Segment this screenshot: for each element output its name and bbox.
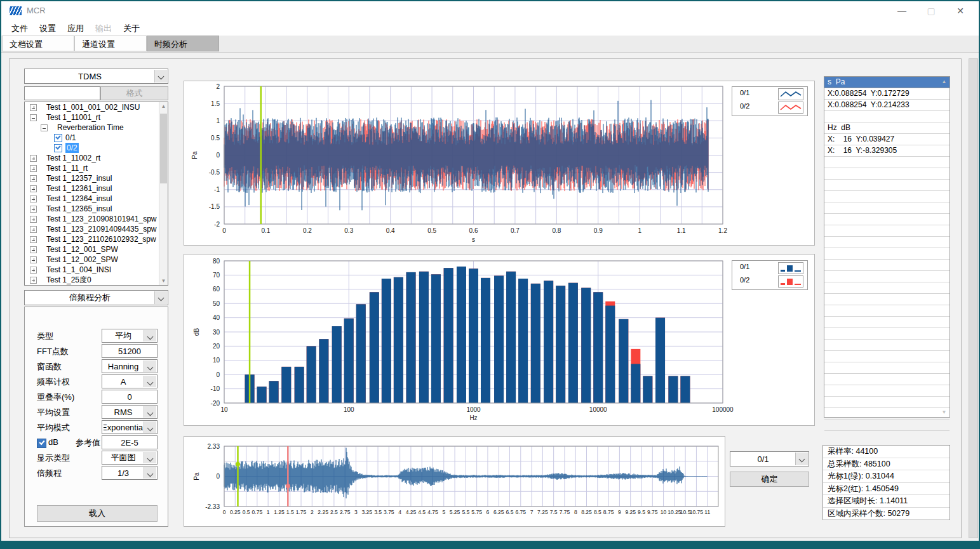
readout-row[interactable] bbox=[824, 317, 950, 328]
readout-row[interactable] bbox=[824, 420, 950, 431]
tab-time-freq-analysis[interactable]: 时频分析 bbox=[147, 36, 219, 51]
param-select-3[interactable]: A bbox=[102, 374, 158, 388]
readout-row[interactable] bbox=[824, 294, 950, 305]
collapse-minus-icon[interactable] bbox=[41, 124, 48, 131]
readout-row[interactable] bbox=[824, 385, 950, 397]
readout-row[interactable]: X: 16 Y:0.039427 bbox=[824, 134, 950, 145]
scroll-down-icon[interactable]: ▼ bbox=[940, 409, 948, 415]
tree-item[interactable]: Test 1_11002_rt bbox=[25, 153, 168, 163]
tree-item[interactable]: Test 1_11001_rt bbox=[25, 112, 168, 122]
param-input-4[interactable]: 0 bbox=[102, 390, 158, 404]
readout-row[interactable] bbox=[824, 282, 950, 294]
scroll-up-icon[interactable]: ▲ bbox=[159, 103, 168, 109]
expand-plus-icon[interactable] bbox=[30, 175, 37, 182]
readout-row[interactable] bbox=[824, 191, 950, 202]
tree-item[interactable]: Test 1_12361_insul bbox=[25, 183, 168, 194]
readout-row[interactable] bbox=[824, 202, 950, 214]
format-button[interactable]: 格式 bbox=[100, 86, 168, 100]
menu-item-about[interactable]: 关于 bbox=[119, 22, 144, 34]
format-type-select[interactable]: TDMS bbox=[24, 69, 168, 84]
analysis-type-select[interactable]: 倍频程分析 bbox=[24, 290, 168, 305]
main-vertical-scrollbar[interactable] bbox=[969, 58, 978, 538]
expand-plus-icon[interactable] bbox=[30, 206, 37, 213]
tab-channel-settings[interactable]: 通道设置 bbox=[74, 36, 147, 51]
confirm-button[interactable]: 确定 bbox=[730, 472, 809, 487]
expand-plus-icon[interactable] bbox=[30, 165, 37, 172]
expand-plus-icon[interactable] bbox=[30, 216, 37, 223]
tree-item[interactable]: Reverberation Time bbox=[25, 122, 168, 133]
expand-plus-icon[interactable] bbox=[30, 256, 37, 263]
expand-plus-icon[interactable] bbox=[30, 226, 37, 233]
readout-row[interactable]: X:0.088254 Y:0.172729 bbox=[824, 88, 950, 100]
close-button[interactable]: ✕ bbox=[946, 1, 975, 20]
tree-item[interactable]: Test 1_12364_insul bbox=[25, 194, 168, 204]
octave-spectrum-chart[interactable]: -20-100102030405060708010100100010000100… bbox=[184, 255, 814, 425]
tree-scrollbar-thumb[interactable] bbox=[160, 114, 167, 183]
readout-row[interactable] bbox=[824, 157, 950, 168]
tree-item[interactable]: 0/2 bbox=[25, 143, 168, 153]
readout-row[interactable] bbox=[824, 260, 950, 271]
readout-header[interactable]: s Pa bbox=[824, 77, 950, 88]
scroll-up-icon[interactable]: ▲ bbox=[940, 79, 948, 84]
readout-row[interactable] bbox=[824, 362, 950, 374]
expand-plus-icon[interactable] bbox=[30, 267, 37, 274]
load-button[interactable]: 载入 bbox=[37, 505, 158, 522]
tab-doc-settings[interactable]: 文档设置 bbox=[2, 36, 74, 51]
cursor-handle[interactable] bbox=[236, 462, 240, 466]
readout-row[interactable] bbox=[824, 305, 950, 317]
tree-item[interactable]: Test 1_123_210908101941_spw bbox=[25, 214, 168, 224]
menu-item-settings[interactable]: 设置 bbox=[36, 22, 60, 34]
readout-row[interactable] bbox=[824, 214, 950, 225]
menu-item-apply[interactable]: 应用 bbox=[64, 22, 88, 34]
minimize-button[interactable]: — bbox=[887, 1, 916, 20]
reference-value-input[interactable]: 2E-5 bbox=[102, 435, 158, 449]
readout-row[interactable] bbox=[824, 237, 950, 248]
readout-row[interactable] bbox=[824, 374, 950, 385]
readout-row[interactable] bbox=[824, 168, 950, 180]
maximize-button[interactable]: ▢ bbox=[916, 1, 946, 20]
expand-plus-icon[interactable] bbox=[30, 246, 37, 253]
readout-row[interactable] bbox=[824, 225, 950, 237]
readout-row[interactable] bbox=[824, 271, 950, 282]
overview-waveform-chart[interactable]: 00.250.50.7511.251.51.7522.252.52.7533.2… bbox=[184, 437, 725, 526]
tree-item[interactable]: Test 1_001_001_002_INSU bbox=[25, 102, 168, 112]
cursor-handle[interactable] bbox=[286, 484, 290, 488]
expand-plus-icon[interactable] bbox=[30, 236, 37, 243]
expand-plus-icon[interactable] bbox=[30, 277, 37, 284]
expand-plus-icon[interactable] bbox=[30, 185, 37, 192]
readout-row[interactable]: X: 16 Y:-8.329305 bbox=[824, 145, 950, 157]
tree-item[interactable]: Test 1_12_002_SPW bbox=[25, 255, 168, 265]
collapse-minus-icon[interactable] bbox=[30, 114, 37, 121]
param-select-8[interactable]: 平面图 bbox=[102, 451, 158, 465]
tree-scrollbar[interactable]: ▲ ▼ bbox=[159, 102, 168, 285]
menu-item-file[interactable]: 文件 bbox=[8, 22, 32, 34]
menu-item-output[interactable]: 输出 bbox=[91, 22, 116, 34]
db-checkbox[interactable] bbox=[37, 439, 46, 448]
param-select-9[interactable]: 1/3 bbox=[102, 466, 158, 480]
tree-item[interactable]: Test 1_123_211026102932_spw bbox=[25, 234, 168, 244]
readout-row[interactable] bbox=[824, 111, 950, 122]
readout-row[interactable]: Hz dB bbox=[824, 122, 950, 134]
tree-item[interactable]: Test 1_12365_insul bbox=[25, 204, 168, 214]
readout-row[interactable]: X:0.088254 Y:0.214233 bbox=[824, 100, 950, 111]
tree-item[interactable]: Test 1_11_rt bbox=[25, 163, 168, 173]
readout-row[interactable] bbox=[824, 397, 950, 408]
scroll-down-icon[interactable]: ▼ bbox=[159, 278, 168, 284]
checkbox-checked-icon[interactable] bbox=[54, 144, 62, 152]
time-waveform-chart[interactable]: -2-1.5-1-0.500.511.5200.10.20.30.40.50.6… bbox=[184, 81, 814, 245]
param-select-6[interactable]: Exponential bbox=[102, 420, 158, 434]
readout-row[interactable] bbox=[824, 340, 950, 351]
tree-item[interactable]: Test 1_12357_insul bbox=[25, 173, 168, 183]
readout-row[interactable] bbox=[824, 351, 950, 362]
param-select-5[interactable]: RMS bbox=[102, 405, 158, 419]
tree-item[interactable]: Test 1_12_001_SPW bbox=[25, 244, 168, 255]
tree-item[interactable]: Test 1_123_210914094435_spw bbox=[25, 224, 168, 234]
tree-item[interactable]: Test 1_25度0 bbox=[25, 275, 168, 285]
param-select-2[interactable]: Hanning bbox=[102, 359, 158, 373]
expand-plus-icon[interactable] bbox=[30, 195, 37, 202]
readout-row[interactable] bbox=[824, 180, 950, 191]
readout-row[interactable] bbox=[824, 248, 950, 260]
tree-item[interactable]: Test 1_1_004_INSI bbox=[25, 265, 168, 275]
param-select-0[interactable]: 平均 bbox=[102, 329, 158, 343]
channel-select[interactable]: 0/1 bbox=[730, 451, 809, 466]
